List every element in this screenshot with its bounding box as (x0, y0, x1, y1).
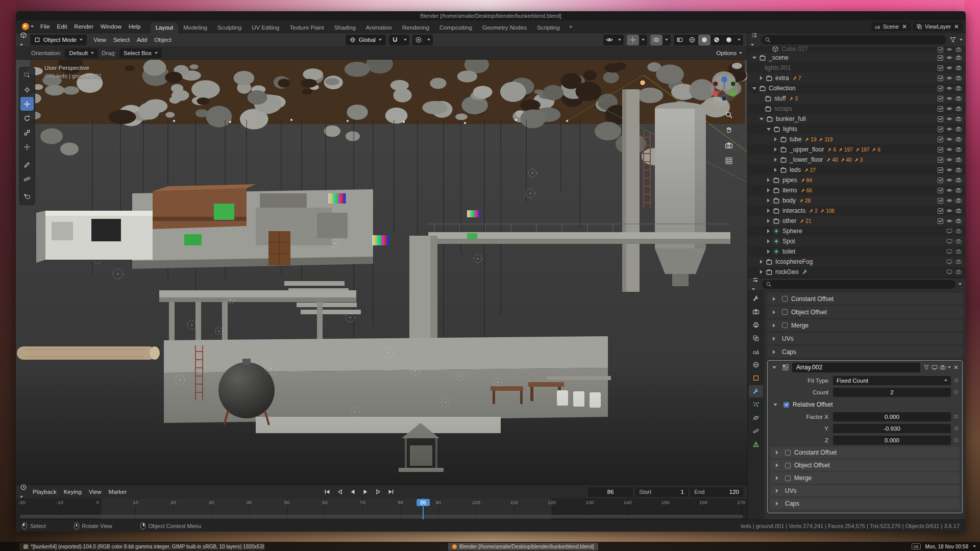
frame-end-field[interactable]: End 120 (690, 487, 743, 497)
properties-tab-object-data[interactable] (749, 438, 763, 450)
merge-checkbox[interactable] (785, 475, 791, 481)
factor-factor-x-field[interactable]: 0.000 (833, 412, 951, 421)
blender-menu-button[interactable] (19, 23, 37, 30)
exclude-checkbox[interactable] (938, 76, 943, 81)
previous-keyframe-button[interactable] (334, 487, 346, 497)
expand-arrow-icon[interactable] (767, 198, 770, 203)
outliner-options-dropdown[interactable] (960, 39, 963, 41)
hide-viewport-toggle[interactable] (946, 106, 952, 112)
exclude-checkbox[interactable] (938, 55, 943, 61)
jump-to-end-button[interactable] (385, 487, 397, 497)
count-field[interactable]: 2 (833, 388, 951, 397)
outliner-row-extra[interactable]: extra7 (748, 73, 966, 83)
disable-render-toggle[interactable] (955, 218, 962, 224)
disable-render-toggle[interactable] (955, 208, 962, 214)
playhead[interactable]: 86 (423, 498, 424, 519)
expand-arrow-icon[interactable] (774, 137, 777, 141)
gizmo-dropdown[interactable] (639, 35, 647, 45)
panel-object-offset[interactable]: Object Offset (767, 306, 963, 318)
exclude-checkbox[interactable] (938, 137, 943, 142)
expand-arrow-icon[interactable] (760, 270, 763, 274)
menu-edit[interactable]: Edit (54, 22, 71, 31)
outliner-row-scraps[interactable]: scraps (748, 104, 966, 114)
shading-rendered-button[interactable] (723, 35, 735, 45)
xray-toggle[interactable] (674, 35, 686, 45)
outliner-row-interacts[interactable]: interacts2108 (748, 206, 966, 216)
viewport-canvas[interactable]: User Perspective (86) leds | ground.001 (16, 60, 747, 485)
panel-caps[interactable]: Caps (767, 346, 963, 358)
hide-viewport-toggle[interactable] (946, 55, 952, 61)
disable-render-toggle[interactable] (955, 167, 962, 173)
camera-view-button[interactable] (725, 141, 733, 149)
overlays-dropdown[interactable] (663, 35, 671, 45)
exclude-checkbox[interactable] (938, 106, 943, 112)
outliner-row-toilet[interactable]: toilet (748, 246, 966, 257)
factor-y-field[interactable]: -0.930 (833, 424, 951, 433)
shading-solid-button[interactable] (698, 35, 710, 45)
expand-arrow-icon[interactable] (776, 489, 778, 493)
cursor-tool[interactable] (20, 83, 34, 96)
factor-z-field[interactable]: 0.000 (833, 436, 951, 445)
outliner-row-pipes[interactable]: pipes84 (748, 175, 966, 185)
exclude-checkbox[interactable] (938, 116, 943, 122)
disable-render-toggle[interactable] (955, 85, 962, 91)
orientation-select[interactable]: Default (65, 48, 97, 58)
exclude-checkbox[interactable] (938, 167, 943, 173)
expand-arrow-icon[interactable] (767, 178, 770, 182)
editor-type-button[interactable] (20, 32, 27, 48)
viewport-display-toggle[interactable] (946, 269, 952, 275)
subpanel-caps[interactable]: Caps (770, 498, 960, 509)
properties-tab-output[interactable] (749, 319, 763, 331)
hide-viewport-toggle[interactable] (946, 116, 952, 122)
drag-select[interactable]: Select Box (119, 48, 162, 58)
jump-to-start-button[interactable] (321, 487, 333, 497)
exclude-checkbox[interactable] (938, 198, 943, 204)
properties-search-input[interactable] (762, 280, 955, 289)
render-visibility-toggle[interactable] (955, 248, 962, 255)
scene-selector[interactable]: Scene (871, 22, 911, 31)
outliner-row-other[interactable]: other21 (748, 216, 966, 226)
panel-merge[interactable]: Merge (767, 319, 963, 331)
expand-arrow-icon[interactable] (752, 57, 756, 59)
disable-render-toggle[interactable] (955, 187, 962, 193)
exclude-checkbox[interactable] (938, 218, 943, 224)
outliner-row-icospherefog[interactable]: IcosphereFog (748, 257, 966, 267)
expand-arrow-icon[interactable] (773, 310, 775, 314)
outliner-row-leds[interactable]: leds27 (748, 165, 966, 175)
keyframe-dot[interactable] (954, 379, 958, 382)
expand-arrow-icon[interactable] (760, 118, 764, 120)
workspace-tab-shading[interactable]: Shading (329, 22, 361, 33)
add-workspace-button[interactable]: + (565, 21, 577, 33)
outliner-row-body[interactable]: body28 (748, 195, 966, 206)
overlays-toggle[interactable] (650, 35, 663, 45)
viewport-display-toggle[interactable] (946, 259, 952, 265)
properties-tab-modifiers[interactable] (749, 385, 763, 397)
menu-help[interactable]: Help (125, 22, 144, 31)
panel-uvs[interactable]: UVs (767, 333, 963, 344)
current-frame-field[interactable]: 86 (588, 487, 633, 497)
timeline-menu-marker[interactable]: Marker (105, 488, 131, 496)
workspace-tab-animation[interactable]: Animation (361, 22, 397, 33)
expand-arrow-icon[interactable] (773, 404, 777, 406)
expand-arrow-icon[interactable] (774, 168, 777, 172)
exclude-checkbox[interactable] (938, 178, 943, 183)
chevron-down-icon[interactable] (973, 545, 976, 547)
expand-arrow-icon[interactable] (767, 249, 770, 254)
outliner-row--scene[interactable]: _scene (748, 53, 966, 63)
disable-render-toggle[interactable] (955, 116, 962, 122)
properties-tab-render[interactable] (749, 306, 763, 318)
snap-toggle[interactable] (389, 35, 401, 45)
visibility-dropdown[interactable] (616, 35, 624, 45)
outliner-row-items[interactable]: items66 (748, 185, 966, 195)
ortho-toggle-button[interactable] (725, 157, 733, 165)
viewport-display-toggle[interactable] (946, 228, 952, 234)
expand-arrow-icon[interactable] (774, 147, 777, 152)
navigation-gizmo[interactable] (709, 74, 739, 104)
disable-render-toggle[interactable] (955, 126, 962, 132)
expand-arrow-icon[interactable] (772, 366, 776, 369)
shading-wireframe-button[interactable] (686, 35, 698, 45)
object-offset-checkbox[interactable] (785, 463, 791, 468)
render-visibility-toggle[interactable] (955, 259, 962, 265)
properties-tab-active-tool[interactable] (749, 292, 763, 305)
hide-viewport-toggle[interactable] (946, 208, 952, 214)
